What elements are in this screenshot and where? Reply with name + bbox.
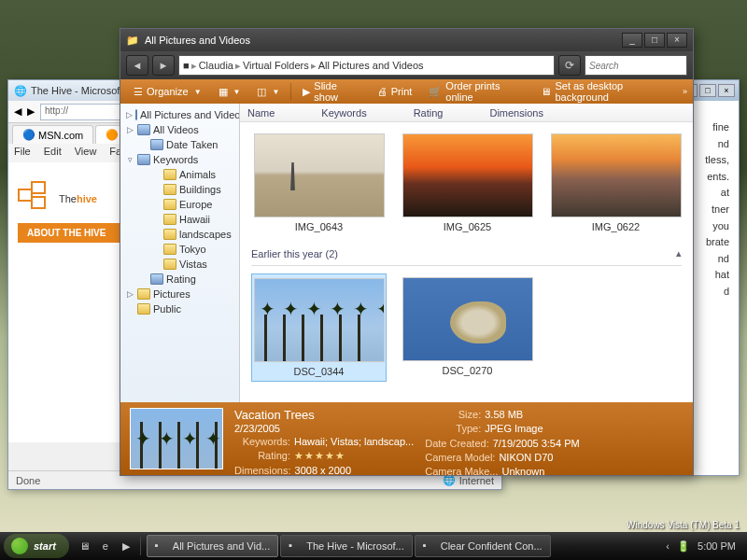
thumbnail-item[interactable]: IMG_0643	[251, 130, 387, 236]
folder-icon: 📁	[126, 35, 139, 47]
tree-item[interactable]: Animals	[122, 167, 237, 182]
set-background-button[interactable]: 🖥Set as desktop background	[533, 77, 679, 105]
bc-virtualfolders[interactable]: Virtual Folders	[243, 60, 309, 71]
expand-icon[interactable]	[126, 305, 134, 314]
tree-item[interactable]: Hawaii	[122, 212, 237, 227]
explorer-titlebar[interactable]: 📁 All Pictures and Videos _ □ ×	[120, 29, 693, 51]
search-icon	[137, 154, 150, 165]
expand-icon[interactable]: ▷	[126, 290, 134, 299]
views-button[interactable]: ▦▼	[211, 83, 248, 101]
bc-claudia[interactable]: Claudia	[199, 60, 233, 71]
ql-show-desktop[interactable]: 🖥	[77, 537, 93, 555]
refresh-button[interactable]: ⟳	[558, 55, 581, 76]
menu-view[interactable]: View	[75, 146, 97, 161]
bc-root-icon[interactable]: ■	[183, 60, 190, 71]
expand-icon[interactable]	[152, 245, 161, 254]
quick-launch: 🖥 e ▶	[71, 537, 141, 555]
breadcrumb[interactable]: ■▸ Claudia▸ Virtual Folders▸ All Picture…	[178, 55, 555, 76]
organize-icon: ☰	[134, 86, 143, 98]
expand-icon[interactable]	[152, 171, 161, 179]
expand-icon[interactable]: ▷	[126, 126, 134, 134]
chevron-icon[interactable]: »	[683, 87, 687, 96]
col-dimensions[interactable]: Dimensions	[489, 107, 543, 119]
organize-button[interactable]: ☰Organize▼	[126, 83, 209, 101]
expand-icon[interactable]: ▿	[126, 156, 134, 164]
tray-chevron-icon[interactable]: ‹	[666, 540, 669, 552]
tree-item[interactable]: Vistas	[122, 257, 237, 272]
expand-icon[interactable]: ▷	[126, 111, 133, 119]
order-prints-button[interactable]: 🛒Order prints online	[421, 77, 531, 105]
details-title: Vacation Trees	[234, 408, 414, 422]
taskbar-button[interactable]: ▪Clear Confident Con...	[415, 535, 551, 557]
column-headers[interactable]: Name Keywords Rating Dimensions	[240, 104, 693, 122]
expand-icon[interactable]	[152, 260, 161, 269]
ql-ie[interactable]: e	[97, 537, 114, 555]
forward-icon[interactable]: ▶	[27, 105, 35, 118]
taskbar-button[interactable]: ▪All Pictures and Vid...	[147, 535, 278, 557]
collapse-icon[interactable]: ▴	[676, 247, 682, 259]
maximize-button[interactable]: □	[699, 84, 716, 97]
group-header[interactable]: Earlier this year (2) ▴	[251, 244, 682, 266]
tab-msn[interactable]: 🔵MSN.com	[12, 125, 93, 144]
thumbnail-item[interactable]: DSC_0344	[251, 273, 387, 382]
expand-icon[interactable]	[139, 141, 148, 149]
bc-allpictures[interactable]: All Pictures and Videos	[318, 60, 424, 71]
system-tray: ‹ 🔋 5:00 PM	[658, 540, 743, 553]
forward-button[interactable]: ►	[152, 55, 175, 76]
layout-button[interactable]: ◫▼	[249, 83, 287, 101]
command-bar: ☰Organize▼ ▦▼ ◫▼ ▶Slide show 🖨Print 🛒Ord…	[120, 79, 693, 104]
tree-item[interactable]: Date Taken	[122, 137, 237, 152]
tree-item[interactable]: landscapes	[122, 227, 237, 242]
thumbnail-image	[551, 133, 682, 217]
rating-stars[interactable]: ★★★★★	[294, 449, 345, 462]
close-button[interactable]: ×	[667, 33, 687, 48]
back-icon[interactable]: ◀	[14, 105, 21, 118]
start-button[interactable]: start	[4, 534, 69, 558]
tree-item[interactable]: Europe	[122, 197, 237, 212]
details-thumbnail	[130, 408, 223, 469]
thumbnail-image	[402, 133, 533, 217]
explorer-window: 📁 All Pictures and Videos _ □ × ◄ ► ■▸ C…	[120, 28, 694, 476]
tree-item[interactable]: Public	[122, 301, 237, 316]
tree-item[interactable]: ▷Pictures	[122, 287, 237, 301]
thumbnails-area[interactable]: IMG_0643IMG_0625IMG_0622 Earlier this ye…	[240, 122, 693, 402]
details-pane: Vacation Trees 2/23/2005 Keywords:Hawaii…	[120, 402, 693, 475]
col-name[interactable]: Name	[247, 107, 275, 119]
expand-icon[interactable]	[139, 275, 148, 284]
print-button[interactable]: 🖨Print	[370, 83, 420, 100]
menu-edit[interactable]: Edit	[44, 146, 62, 161]
thumbnail-item[interactable]: IMG_0622	[548, 130, 684, 236]
thumbnail-item[interactable]: IMG_0625	[400, 130, 535, 236]
col-keywords[interactable]: Keywords	[321, 107, 366, 119]
tree-item[interactable]: Tokyo	[122, 242, 237, 257]
desktop-icon: 🖥	[541, 86, 551, 97]
window-title: All Pictures and Videos	[145, 35, 616, 46]
expand-icon[interactable]	[152, 231, 161, 239]
ql-media[interactable]: ▶	[118, 537, 134, 555]
slideshow-button[interactable]: ▶Slide show	[295, 77, 367, 105]
folder-icon	[137, 303, 150, 315]
minimize-button[interactable]: _	[622, 33, 642, 48]
tree-item[interactable]: Buildings	[122, 182, 237, 197]
tray-battery-icon[interactable]: 🔋	[677, 540, 690, 553]
expand-icon[interactable]	[152, 216, 161, 224]
tree-item[interactable]: ▿Keywords	[122, 152, 237, 167]
back-button[interactable]: ◄	[126, 55, 148, 76]
hive-logo-text: Thehive	[59, 189, 97, 206]
maximize-button[interactable]: □	[644, 33, 665, 48]
tree-item[interactable]: ▷All Videos	[122, 122, 237, 137]
col-rating[interactable]: Rating	[414, 107, 444, 119]
expand-icon[interactable]	[152, 201, 161, 209]
menu-file[interactable]: File	[14, 146, 31, 161]
taskbar-button[interactable]: ▪The Hive - Microsof...	[280, 535, 413, 557]
thumbnail-item[interactable]: DSC_0270	[400, 273, 535, 382]
close-button[interactable]: ×	[718, 84, 735, 97]
tree-item[interactable]: Rating	[122, 272, 237, 287]
search-input[interactable]	[585, 55, 687, 76]
cart-icon: 🛒	[429, 86, 442, 98]
expand-icon[interactable]	[152, 186, 161, 194]
vista-brand: Windows Vista (TM) Beta 1	[627, 520, 740, 530]
folder-icon	[163, 199, 176, 210]
tree-item[interactable]: ▷All Pictures and Videos	[122, 107, 237, 122]
tray-clock[interactable]: 5:00 PM	[698, 540, 736, 552]
